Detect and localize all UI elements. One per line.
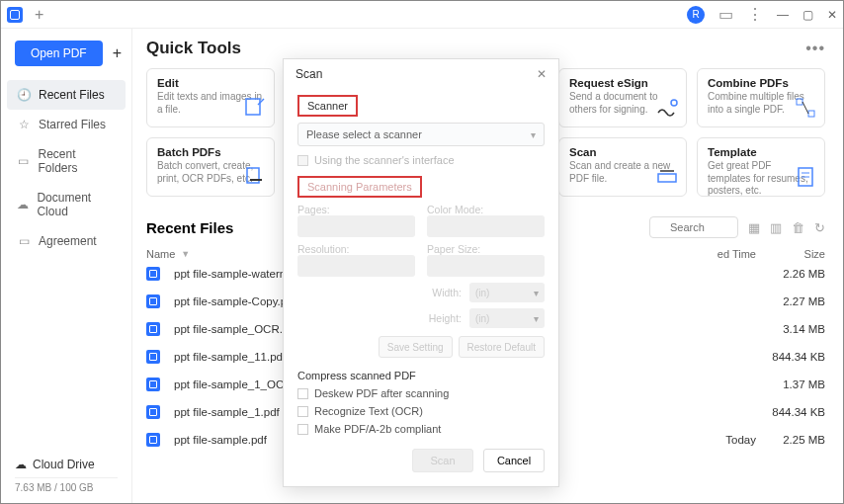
use-interface-checkbox[interactable] xyxy=(297,155,308,166)
new-tab-button[interactable]: + xyxy=(35,6,43,24)
cancel-button[interactable]: Cancel xyxy=(483,449,545,472)
use-interface-label: Using the scanner's interface xyxy=(314,154,455,166)
card-batch[interactable]: Batch PDFs Batch convert, create, print,… xyxy=(146,137,275,197)
view-list-icon[interactable]: ▦ xyxy=(748,220,760,235)
star-icon: ☆ xyxy=(17,118,31,131)
card-template[interactable]: Template Get great PDF templates for res… xyxy=(697,137,825,197)
scan-icon xyxy=(656,166,678,188)
plus-button[interactable]: + xyxy=(113,44,122,62)
svg-point-3 xyxy=(671,100,677,106)
sidebar-item-label: Starred Files xyxy=(39,118,106,131)
pdf-icon xyxy=(146,294,160,308)
sort-icon[interactable]: ▼ xyxy=(181,249,190,259)
sidebar-item-label: Agreement xyxy=(39,234,97,248)
params-section-label: Scanning Parameters xyxy=(297,176,422,198)
chevron-down-icon: ▾ xyxy=(534,313,539,324)
pdf-icon xyxy=(146,322,160,336)
resolution-label: Resolution: xyxy=(297,243,415,255)
clock-icon: 🕘 xyxy=(17,88,31,102)
more-icon[interactable]: ••• xyxy=(805,40,825,57)
sidebar-item-label: Recent Folders xyxy=(39,147,117,175)
storage-text: 7.63 MB / 100 GB xyxy=(15,477,118,493)
close-button[interactable]: ✕ xyxy=(827,8,837,22)
esign-icon xyxy=(656,97,678,119)
recent-files-title: Recent Files xyxy=(146,219,233,236)
compress-title: Compress scanned PDF xyxy=(297,370,545,381)
sidebar-item-starred-files[interactable]: ☆Starred Files xyxy=(7,110,126,139)
save-setting-button[interactable]: Save Setting xyxy=(379,336,453,358)
user-avatar[interactable]: R xyxy=(687,6,705,24)
dialog-close-button[interactable]: ✕ xyxy=(537,67,547,81)
sidebar-item-document-cloud[interactable]: ☁Document Cloud xyxy=(7,183,126,226)
edit-icon xyxy=(244,97,266,119)
combine-icon xyxy=(795,97,816,119)
cloud-drive-button[interactable]: ☁Cloud Drive xyxy=(15,452,118,477)
app-logo[interactable] xyxy=(7,7,23,23)
pdf-icon xyxy=(146,405,160,419)
pdfa-label: Make PDF/A-2b compliant xyxy=(314,423,441,435)
pdf-icon xyxy=(146,433,160,447)
color-label: Color Mode: xyxy=(427,204,545,215)
height-input[interactable]: (in)▾ xyxy=(469,308,545,328)
cloud-icon: ☁ xyxy=(17,198,29,211)
ocr-label: Recognize Text (OCR) xyxy=(314,405,423,417)
sidebar-item-agreement[interactable]: ▭Agreement xyxy=(7,226,126,256)
dialog-title: Scan xyxy=(295,67,322,81)
batch-icon xyxy=(244,166,266,188)
deskew-checkbox[interactable] xyxy=(297,388,308,399)
pages-input[interactable] xyxy=(297,215,415,237)
card-combine[interactable]: Combine PDFs Combine multiple files into… xyxy=(697,68,825,127)
card-edit[interactable]: Edit Edit texts and images in a file. xyxy=(146,68,275,127)
refresh-icon[interactable]: ↻ xyxy=(814,220,825,235)
scan-button[interactable]: Scan xyxy=(412,449,473,472)
open-pdf-button[interactable]: Open PDF xyxy=(15,41,103,66)
pages-label: Pages: xyxy=(297,204,415,215)
col-time-header[interactable]: ed Time xyxy=(637,248,756,260)
minimize-button[interactable]: — xyxy=(777,8,789,22)
svg-rect-6 xyxy=(797,99,802,105)
resolution-input[interactable] xyxy=(297,255,415,277)
sidebar-item-label: Recent Files xyxy=(39,88,105,102)
view-grid-icon[interactable]: ▥ xyxy=(770,220,782,235)
ocr-checkbox[interactable] xyxy=(297,406,308,417)
width-input[interactable]: (in)▾ xyxy=(469,283,545,302)
search-input[interactable] xyxy=(649,216,738,238)
folder-icon: ▭ xyxy=(17,154,31,168)
feedback-icon[interactable]: ▭ xyxy=(718,5,733,24)
height-label: Height: xyxy=(297,312,462,324)
col-name-header[interactable]: Name xyxy=(146,248,175,260)
sidebar-item-recent-files[interactable]: 🕘Recent Files xyxy=(7,80,126,110)
delete-icon[interactable]: 🗑 xyxy=(792,220,804,235)
sidebar-item-label: Document Cloud xyxy=(37,191,116,218)
col-size-header[interactable]: Size xyxy=(756,248,825,260)
paper-input[interactable] xyxy=(427,255,545,277)
template-icon xyxy=(795,166,816,188)
titlebar: + R ▭ ⋮ — ▢ ✕ xyxy=(1,1,843,29)
deskew-label: Deskew PDF after scanning xyxy=(314,387,449,399)
pdf-icon xyxy=(146,378,160,391)
paper-label: Paper Size: xyxy=(427,243,545,255)
quick-tools-title: Quick Tools xyxy=(146,39,241,58)
scan-dialog: Scan ✕ Scanner Please select a scanner ▾… xyxy=(283,58,559,487)
width-label: Width: xyxy=(297,287,462,298)
sidebar-item-recent-folders[interactable]: ▭Recent Folders xyxy=(7,139,126,183)
scanner-select[interactable]: Please select a scanner ▾ xyxy=(297,123,545,146)
pdf-icon xyxy=(146,267,160,281)
chevron-down-icon: ▾ xyxy=(531,129,536,140)
chevron-down-icon: ▾ xyxy=(534,288,539,298)
svg-rect-0 xyxy=(246,99,260,115)
cloud-icon: ☁ xyxy=(15,458,27,471)
card-scan[interactable]: Scan Scan and create a new PDF file. xyxy=(558,137,687,197)
restore-default-button[interactable]: Restore Default xyxy=(459,336,545,358)
pdf-icon xyxy=(146,350,160,364)
card-esign[interactable]: Request eSign Send a document to others … xyxy=(558,68,687,127)
color-input[interactable] xyxy=(427,215,545,237)
agreement-icon: ▭ xyxy=(17,234,31,248)
scanner-section-label: Scanner xyxy=(297,95,358,117)
svg-rect-4 xyxy=(658,174,676,182)
kebab-menu-icon[interactable]: ⋮ xyxy=(747,5,763,24)
pdfa-checkbox[interactable] xyxy=(297,424,308,435)
sidebar: Open PDF + 🕘Recent Files ☆Starred Files … xyxy=(1,29,132,503)
svg-rect-7 xyxy=(808,111,814,117)
maximize-button[interactable]: ▢ xyxy=(802,8,813,22)
